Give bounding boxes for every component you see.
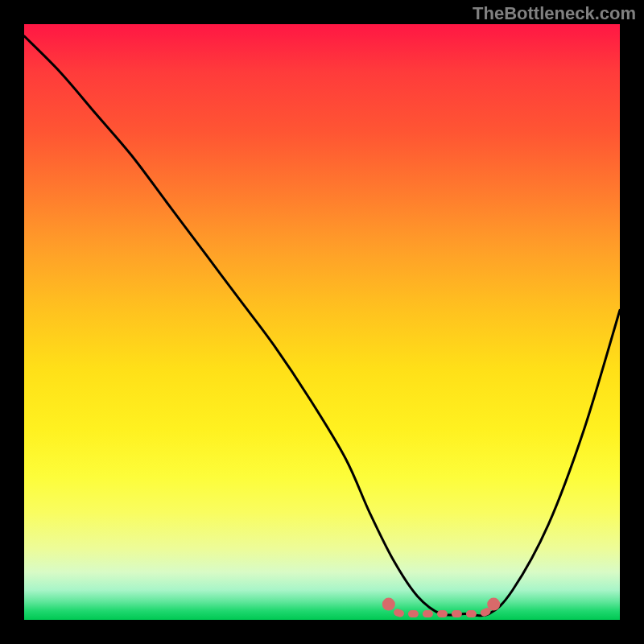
curve-path bbox=[24, 36, 620, 616]
bottleneck-curve bbox=[24, 24, 620, 620]
chart-container: TheBottleneck.com bbox=[0, 0, 644, 644]
watermark-text: TheBottleneck.com bbox=[473, 3, 636, 24]
flat-end-dot bbox=[487, 598, 500, 611]
flat-start-dot bbox=[382, 598, 395, 611]
flat-segment bbox=[387, 603, 495, 614]
